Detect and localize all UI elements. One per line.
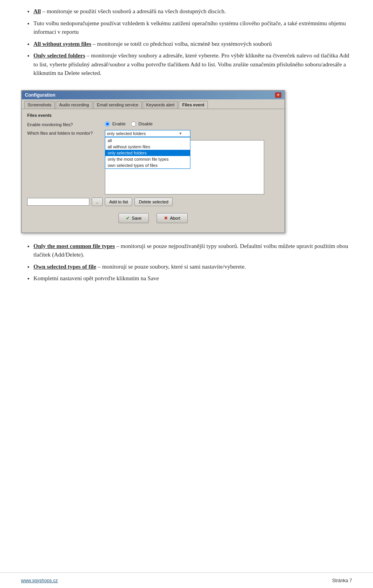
path-input[interactable]	[27, 198, 89, 206]
dropdown-item-ownselected[interactable]: own selected types of files	[105, 162, 190, 168]
which-files-label: Which files and folders to monitor?	[27, 130, 105, 135]
disable-radio[interactable]	[131, 121, 136, 127]
which-files-row: Which files and folders to monitor? only…	[27, 130, 279, 137]
enable-radio[interactable]	[105, 121, 110, 127]
abort-label: Abort	[170, 216, 180, 220]
dropdown-selected-value[interactable]: only selected folders ▼	[105, 130, 190, 137]
page-footer: www.spyshops.cz Stránka 7	[0, 572, 373, 588]
close-icon: ×	[277, 93, 279, 97]
dropdown-item-allwithout[interactable]: all without system files	[105, 144, 190, 150]
kompletni-text: Kompletní nastavení opět potvrďte kliknu…	[33, 275, 159, 281]
save-label: Save	[132, 216, 141, 220]
ownselected-label: Own selected types of file	[33, 264, 96, 270]
page-content: All – monitoruje se použití všech soubor…	[0, 0, 373, 310]
delete-selected-button[interactable]: Delete selected	[134, 198, 173, 206]
dropdown-item-all[interactable]: all	[105, 137, 190, 144]
abort-button[interactable]: ✖ Abort	[157, 213, 187, 223]
tab-screenshots[interactable]: Screenshots	[24, 101, 55, 109]
dialog-titlebar: Configuration ×	[22, 91, 284, 99]
bullet-item-tuto: Tuto volbu nedoporučujeme používat vzhle…	[33, 19, 352, 36]
bullet-item-all: All – monitoruje se použití všech soubor…	[33, 7, 352, 16]
enable-label: Enable monitoring files?	[27, 121, 105, 127]
enable-control: Enable Disable	[105, 121, 279, 127]
bullet-mostcommon: Only the most common file types – monito…	[33, 242, 352, 259]
dropdown-item-onlyselected[interactable]: only selected folders	[105, 150, 190, 156]
onlyselected-label: Only selected folders	[33, 52, 85, 59]
tuto-text-1: Tuto volbu nedoporučujeme používat vzhle…	[33, 20, 346, 35]
enable-row: Enable monitoring files? Enable Disable	[27, 121, 279, 127]
browse-button[interactable]: ..	[92, 198, 103, 206]
mostcommon-label: Only the most common file types	[33, 243, 115, 249]
footer-url[interactable]: www.spyshops.cz	[21, 578, 58, 583]
which-files-control: only selected folders ▼ all all without …	[105, 130, 279, 137]
dialog-tabs: Screenshots Audio recording Email sendin…	[22, 99, 284, 109]
tab-files-event[interactable]: Files event	[179, 101, 208, 109]
checkmark-icon: ✔	[126, 215, 130, 221]
add-to-list-button[interactable]: Add to list	[105, 198, 132, 206]
bullet-kompletni: Kompletní nastavení opět potvrďte kliknu…	[33, 274, 352, 283]
all-label: All	[33, 8, 41, 14]
bullet-ownselected: Own selected types of file – monitorují …	[33, 262, 352, 271]
page-number: Stránka 7	[332, 578, 352, 583]
all-text: – monitoruje se použití všech souborů a …	[42, 8, 226, 14]
allwithout-text: – monitoruje se totéž co předchozí volba…	[93, 41, 272, 47]
top-bullet-list: All – monitoruje se použití všech soubor…	[21, 7, 352, 78]
dialog-body: Files events Enable monitoring files? En…	[22, 109, 284, 232]
configuration-dialog: Configuration × Screenshots Audio record…	[21, 90, 285, 233]
bullet-item-onlyselected: Only selected folders – monitoruje všech…	[33, 51, 352, 78]
files-dropdown[interactable]: only selected folders ▼ all all without …	[105, 130, 190, 137]
save-button[interactable]: ✔ Save	[119, 213, 149, 223]
dialog-close-button[interactable]: ×	[275, 92, 281, 98]
allwithout-label: All without system files	[33, 41, 91, 47]
disable-option-label: Disable	[138, 121, 153, 126]
dropdown-list[interactable]: all all without system files only select…	[105, 137, 190, 169]
disable-radio-group[interactable]: Disable	[131, 121, 153, 127]
tab-email-sending[interactable]: Email sending service	[93, 101, 142, 109]
tab-audio-recording[interactable]: Audio recording	[56, 101, 92, 109]
enable-option-label: Enable	[112, 121, 125, 126]
enable-radio-group[interactable]: Enable	[105, 121, 125, 127]
add-delete-row: .. Add to list Delete selected	[27, 198, 279, 206]
dropdown-item-mostcommon[interactable]: only the most common file types	[105, 156, 190, 162]
dialog-footer: ✔ Save ✖ Abort	[27, 213, 279, 227]
dialog-title: Configuration	[25, 92, 56, 98]
bottom-bullet-list: Only the most common file types – monito…	[21, 242, 352, 283]
ownselected-text: – monitorují se pouze soubory, které si …	[98, 264, 246, 270]
section-title: Files events	[27, 113, 279, 118]
chevron-down-icon: ▼	[179, 132, 182, 135]
bullet-item-allwithout: All without system files – monitoruje se…	[33, 40, 352, 49]
x-icon: ✖	[164, 215, 168, 221]
tab-keywords-alert[interactable]: Keywords alert	[143, 101, 178, 109]
